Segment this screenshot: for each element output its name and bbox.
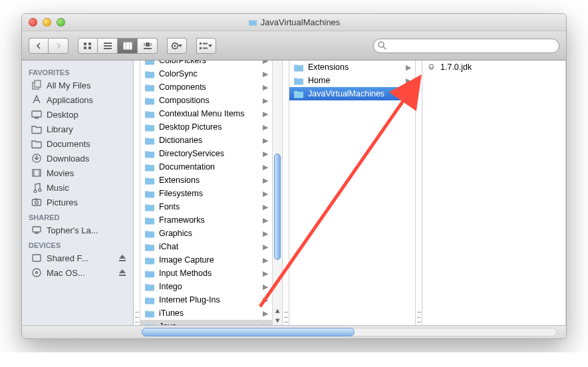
list-item[interactable]: JavaVirtualMachines▶ xyxy=(289,87,415,100)
sidebar-item-movies[interactable]: Movies xyxy=(22,166,133,180)
scroll-down-arrow[interactable]: ▾ xyxy=(273,315,282,325)
sidebar-item-mac-os[interactable]: Mac OS... xyxy=(22,265,133,280)
list-item[interactable]: Components▶ xyxy=(140,80,272,94)
sidebar-item-applications[interactable]: Applications xyxy=(22,92,133,107)
sidebar-item-all-my-files[interactable]: All My Files xyxy=(22,78,133,92)
list-item[interactable]: Home▶ xyxy=(289,74,415,87)
icon-view-button[interactable] xyxy=(78,38,98,54)
svg-point-46 xyxy=(430,64,434,68)
list-view-button[interactable] xyxy=(98,38,118,54)
column-view: ColorPickers▶ColorSync▶Components▶Compos… xyxy=(134,61,566,325)
svg-rect-1 xyxy=(88,43,91,45)
list-item[interactable]: Filesystems▶ xyxy=(140,187,272,200)
pictures-icon xyxy=(31,197,42,207)
sidebar-item-library[interactable]: Library xyxy=(22,122,133,136)
footer xyxy=(22,325,566,338)
list-item[interactable]: Input Methods▶ xyxy=(140,267,272,280)
horizontal-scrollbar[interactable] xyxy=(142,328,557,336)
horizontal-scroll-thumb[interactable] xyxy=(142,328,355,336)
search-input[interactable] xyxy=(373,39,559,53)
chevron-right-icon: ▶ xyxy=(263,83,268,92)
list-item[interactable]: Desktop Pictures▶ xyxy=(140,120,272,134)
scrollbar-thumb[interactable] xyxy=(274,154,281,260)
chevron-right-icon: ▶ xyxy=(263,136,268,145)
action-button[interactable] xyxy=(167,38,187,54)
column-handle[interactable] xyxy=(283,61,289,325)
list-item[interactable]: iChat▶ xyxy=(140,240,272,253)
list-item[interactable]: Intego▶ xyxy=(140,280,272,293)
list-item[interactable]: ColorSync▶ xyxy=(140,67,272,80)
svg-line-22 xyxy=(172,47,173,48)
list-item[interactable]: Compositions▶ xyxy=(140,94,272,107)
download-icon xyxy=(31,153,42,164)
allfiles-icon xyxy=(31,80,42,90)
sidebar-heading-favorites: FAVORITES xyxy=(22,64,133,78)
sidebar-item-documents[interactable]: Documents xyxy=(22,136,133,151)
svg-rect-4 xyxy=(104,43,112,44)
svg-line-29 xyxy=(383,47,386,49)
svg-rect-42 xyxy=(35,233,39,234)
sidebar-heading-shared: SHARED xyxy=(22,209,133,223)
chevron-right-icon: ▶ xyxy=(263,256,268,265)
list-item[interactable]: Internet Plug-Ins▶ xyxy=(140,293,272,306)
svg-point-44 xyxy=(33,269,41,277)
list-item[interactable]: 1.7.0.jdk xyxy=(422,61,565,74)
column-1[interactable]: ColorPickers▶ColorSync▶Components▶Compos… xyxy=(140,61,283,325)
list-item[interactable]: iTunes▶ xyxy=(140,306,272,320)
finder-window: JavaVirtualMachines F xyxy=(21,13,567,339)
list-item[interactable]: Extensions▶ xyxy=(289,61,415,74)
content: FAVORITES All My Files Applications Desk… xyxy=(22,61,566,325)
list-item[interactable]: Java▶ xyxy=(140,320,272,325)
svg-rect-27 xyxy=(203,47,208,49)
chevron-right-icon: ▶ xyxy=(263,216,268,225)
sidebar-item-shared-computer[interactable]: Topher's La... xyxy=(22,223,133,237)
sidebar-item-music[interactable]: Music xyxy=(22,180,133,195)
apps-icon xyxy=(31,94,42,105)
desktop-icon xyxy=(31,109,42,120)
sidebar-item-pictures[interactable]: Pictures xyxy=(22,195,133,209)
sidebar-item-shared-folder[interactable]: Shared F... xyxy=(22,251,133,265)
list-item[interactable]: Extensions▶ xyxy=(140,174,272,187)
column-3[interactable]: 1.7.0.jdk xyxy=(422,61,566,325)
svg-rect-32 xyxy=(32,111,41,117)
arrange-button[interactable] xyxy=(196,38,216,54)
svg-rect-33 xyxy=(35,118,39,119)
chevron-right-icon: ▶ xyxy=(263,163,268,172)
scrollbar-vertical[interactable]: ▴ ▾ xyxy=(272,61,282,325)
list-item[interactable]: ColorPickers▶ xyxy=(140,61,272,67)
sidebar[interactable]: FAVORITES All My Files Applications Desk… xyxy=(22,61,134,325)
titlebar[interactable]: JavaVirtualMachines xyxy=(22,14,566,31)
column-handle[interactable] xyxy=(416,61,422,325)
eject-icon[interactable] xyxy=(118,254,126,262)
chevron-right-icon: ▶ xyxy=(263,110,268,118)
svg-point-15 xyxy=(174,45,176,47)
sidebar-item-downloads[interactable]: Downloads xyxy=(22,151,133,166)
list-item[interactable]: Documentation▶ xyxy=(140,160,272,174)
sidebar-item-desktop[interactable]: Desktop xyxy=(22,107,133,122)
list-item[interactable]: DirectoryServices▶ xyxy=(140,147,272,160)
music-icon xyxy=(31,182,42,193)
svg-rect-24 xyxy=(200,43,202,45)
movies-icon xyxy=(31,168,42,178)
coverflow-view-button[interactable] xyxy=(138,38,158,54)
list-item[interactable]: Dictionaries▶ xyxy=(140,134,272,147)
column-handle[interactable] xyxy=(134,61,140,325)
svg-point-28 xyxy=(378,42,384,47)
chevron-right-icon: ▶ xyxy=(263,296,268,305)
scroll-up-arrow[interactable]: ▴ xyxy=(273,305,282,315)
column-view-button[interactable] xyxy=(118,38,138,54)
svg-rect-38 xyxy=(33,199,41,205)
list-item[interactable]: Graphics▶ xyxy=(140,227,272,240)
eject-icon[interactable] xyxy=(118,269,126,277)
list-item[interactable]: Fonts▶ xyxy=(140,200,272,213)
list-item[interactable]: Image Capture▶ xyxy=(140,253,272,267)
list-item[interactable]: Contextual Menu Items▶ xyxy=(140,107,272,120)
back-button[interactable] xyxy=(29,38,49,54)
list-item[interactable]: Frameworks▶ xyxy=(140,213,272,227)
svg-rect-7 xyxy=(124,43,126,49)
forward-button[interactable] xyxy=(49,38,69,54)
search-field-wrap xyxy=(373,39,559,53)
svg-rect-12 xyxy=(150,43,152,46)
column-2[interactable]: Extensions▶Home▶JavaVirtualMachines▶ xyxy=(289,61,416,325)
chevron-right-icon: ▶ xyxy=(263,189,268,198)
